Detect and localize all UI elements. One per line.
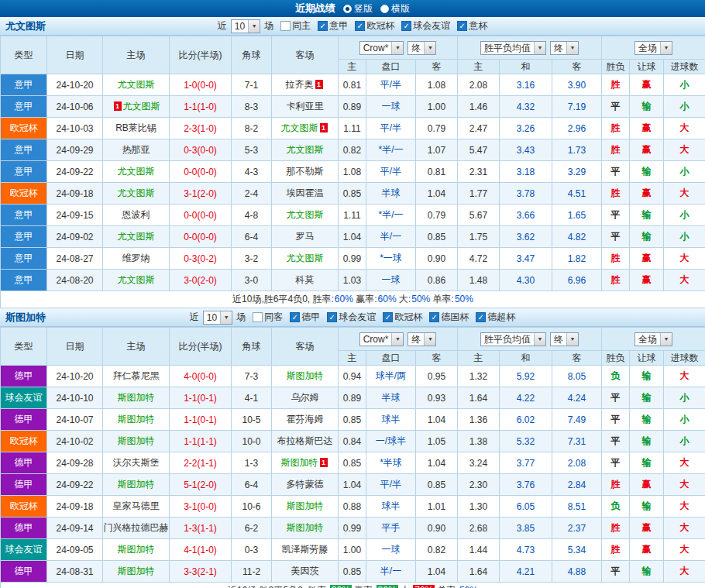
league-filter[interactable]: ✓意甲 — [318, 19, 348, 33]
team-name[interactable]: 热那亚 — [122, 144, 150, 155]
radio-unselected-icon[interactable] — [380, 5, 389, 13]
team-name[interactable]: 斯图加特 — [281, 457, 318, 468]
league-filter[interactable]: 同主 — [280, 19, 311, 33]
final-odds-select[interactable]: 终 ▼ — [408, 41, 436, 55]
col-sub-odds-home: 主 — [339, 60, 366, 74]
team-name[interactable]: 皇家马德里 — [113, 500, 160, 511]
team-name[interactable]: 美因茨 — [291, 566, 319, 576]
mean-away: 7.19 — [552, 96, 602, 118]
mean-odds-select[interactable]: 胜平负均值 ▼ — [480, 41, 546, 55]
team-name[interactable]: 尤文图斯 — [118, 166, 155, 177]
games-label: 场 — [236, 311, 246, 324]
corners: 1-3 — [232, 452, 272, 474]
match-count-select[interactable]: 10 ▼ — [231, 19, 260, 33]
league-filter[interactable]: ✓球会友谊 — [401, 19, 450, 33]
scope-select[interactable]: 全场 ▼ — [634, 332, 672, 346]
team-name[interactable]: 拜仁慕尼黑 — [113, 370, 160, 381]
final-odds-select[interactable]: 终 ▼ — [408, 332, 436, 346]
team-name[interactable]: 斯图加特 — [118, 544, 155, 555]
bookmaker-select[interactable]: Crow* ▼ — [359, 332, 404, 346]
mean-draw: 3.26 — [500, 118, 552, 139]
team-name[interactable]: 沃尔夫斯堡 — [113, 457, 160, 468]
league-filter[interactable]: ✓欧冠杯 — [355, 19, 394, 33]
checkbox-checked-icon[interactable]: ✓ — [355, 21, 365, 31]
league-filter[interactable]: ✓德甲 — [290, 311, 320, 324]
team-name[interactable]: 尤文图斯 — [287, 209, 324, 220]
checkbox-checked-icon[interactable]: ✓ — [290, 312, 300, 322]
team-name[interactable]: 罗马 — [296, 231, 315, 242]
team-name[interactable]: 斯图加特 — [287, 370, 324, 381]
team-name[interactable]: 尤文图斯 — [118, 187, 155, 198]
team-name[interactable]: 尤文图斯 — [287, 144, 324, 155]
team-name[interactable]: 霍芬海姆 — [287, 414, 324, 425]
result-handicap: 赢 — [630, 518, 664, 539]
chevron-down-icon: ▼ — [424, 42, 435, 54]
checkbox-checked-icon[interactable]: ✓ — [327, 312, 337, 322]
team-name[interactable]: 尤文图斯 — [123, 101, 160, 112]
league-filter[interactable]: ✓球会友谊 — [327, 311, 376, 324]
layout-radio-vertical[interactable]: 竖版 — [343, 2, 373, 15]
team-cell-content: 热那亚 — [122, 144, 150, 155]
league-badge: 德甲 — [1, 452, 47, 474]
team-name[interactable]: 斯图加特 — [118, 392, 155, 403]
match-row: 欧冠杯24-10-02斯图加特1-1(1-1)10-0布拉格斯巴达0.84一/球… — [1, 431, 705, 452]
team-name[interactable]: 斯图加特 — [118, 414, 155, 425]
team-name[interactable]: 尤文图斯 — [118, 79, 155, 90]
team-name[interactable]: 斯图加特 — [118, 566, 155, 576]
checkbox-unchecked-icon[interactable] — [280, 21, 291, 31]
checkbox-checked-icon[interactable]: ✓ — [476, 312, 486, 322]
team-name[interactable]: 斯图加特 — [287, 500, 324, 511]
mean-home: 1.44 — [458, 539, 500, 561]
checkbox-checked-icon[interactable]: ✓ — [383, 312, 393, 322]
team-name[interactable]: 门兴格拉德巴赫 — [104, 522, 169, 533]
mean-odds-select[interactable]: 胜平负均值 ▼ — [480, 332, 546, 346]
checkbox-unchecked-icon[interactable] — [253, 312, 263, 322]
col-sub-goals: 进球数 — [664, 60, 705, 74]
team-name[interactable]: 凯泽斯劳滕 — [282, 544, 328, 555]
team-name[interactable]: 布拉格斯巴达 — [277, 435, 333, 446]
match-count-select[interactable]: 10 ▼ — [203, 311, 232, 325]
team-name[interactable]: 尤文图斯 — [118, 274, 155, 285]
home-team: 沃尔夫斯堡 — [103, 452, 170, 474]
team-name[interactable]: 拉齐奥 — [286, 79, 314, 90]
final-mean-select[interactable]: 终 ▼ — [550, 41, 579, 55]
team-name[interactable]: 科莫 — [296, 274, 315, 285]
result-handicap: 输 — [630, 161, 664, 183]
team-name[interactable]: 尤文图斯 — [118, 231, 155, 242]
layout-radio-horizontal[interactable]: 横版 — [380, 2, 410, 15]
scope-select[interactable]: 全场 ▼ — [634, 41, 672, 55]
team-name[interactable]: 斯图加特 — [118, 479, 155, 490]
radio-selected-icon[interactable] — [343, 5, 352, 13]
bookmaker-select[interactable]: Crow* ▼ — [359, 41, 404, 55]
team-name[interactable]: 埃因霍温 — [287, 187, 324, 198]
league-filter[interactable]: ✓德国杯 — [429, 311, 469, 324]
checkbox-checked-icon[interactable]: ✓ — [457, 21, 467, 31]
team-name[interactable]: 斯图加特 — [287, 522, 324, 533]
team-name[interactable]: 尤文图斯 — [287, 253, 324, 263]
col-sub-odds-home: 主 — [339, 351, 366, 366]
team-name[interactable]: 多特蒙德 — [287, 479, 324, 490]
final-mean-select[interactable]: 终 ▼ — [550, 332, 579, 346]
team-name[interactable]: 斯图加特 — [118, 435, 155, 446]
league-filter[interactable]: ✓欧冠杯 — [383, 311, 422, 324]
games-label: 场 — [264, 19, 273, 33]
league-filter[interactable]: 同客 — [253, 311, 283, 324]
team-cell-content: 斯图加特 — [287, 522, 324, 533]
league-badge: 意甲 — [1, 226, 47, 248]
checkbox-checked-icon[interactable]: ✓ — [429, 312, 439, 322]
team-name[interactable]: 恩波利 — [122, 209, 150, 220]
odds-select-header: Crow* ▼ 终 ▼ — [339, 328, 458, 351]
team-name[interactable]: 尤文图斯 — [281, 122, 318, 133]
league-filter[interactable]: ✓德超杯 — [476, 311, 515, 324]
checkbox-checked-icon[interactable]: ✓ — [318, 21, 328, 31]
checkbox-checked-icon[interactable]: ✓ — [401, 21, 411, 31]
team-name[interactable]: 卡利亚里 — [287, 101, 324, 112]
team-name[interactable]: 维罗纳 — [122, 253, 150, 263]
filter-label: 欧冠杯 — [366, 19, 394, 33]
team-name[interactable]: 乌尔姆 — [291, 392, 319, 403]
chevron-down-icon: ▼ — [220, 311, 232, 324]
team-name[interactable]: 那不勒斯 — [287, 166, 324, 177]
league-filter[interactable]: ✓意杯 — [457, 19, 487, 33]
match-row: 意甲24-08-20尤文图斯3-0(2-0)3-0科莫1.03一球0.861.4… — [1, 270, 705, 291]
team-name[interactable]: RB莱比锡 — [115, 122, 156, 133]
